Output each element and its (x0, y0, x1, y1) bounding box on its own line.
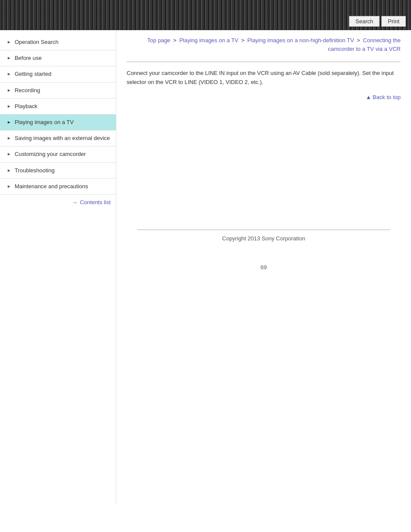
back-to-top: ▲Back to top (127, 94, 401, 100)
chevron-right-icon: ► (7, 55, 11, 61)
back-to-top-link[interactable]: ▲Back to top (366, 94, 401, 100)
chevron-right-icon: ► (7, 87, 11, 93)
arrow-right-icon: → (72, 199, 78, 206)
sidebar-item-label: Customizing your camcorder (15, 150, 86, 158)
sidebar-item-label: Maintenance and precautions (15, 183, 88, 190)
breadcrumb-sep2: > (240, 37, 246, 44)
content-divider (127, 62, 401, 62)
breadcrumb-top-link[interactable]: Top page (147, 37, 171, 44)
search-button[interactable]: Search (349, 16, 380, 27)
chevron-right-icon: ► (7, 119, 11, 125)
triangle-up-icon: ▲ (366, 94, 371, 100)
sidebar-item-label: Playing images on a TV (15, 118, 74, 126)
breadcrumb-sep3: > (355, 37, 362, 44)
chevron-right-icon: ► (7, 135, 11, 141)
sidebar: ► Operation Search ► Before use ► Gettin… (0, 30, 116, 504)
chevron-right-icon: ► (7, 103, 11, 109)
chevron-right-icon: ► (7, 151, 11, 157)
sidebar-item-label: Getting started (15, 70, 51, 78)
breadcrumb: Top page > Playing images on a TV > Play… (127, 36, 401, 53)
chevron-right-icon: ► (7, 39, 11, 45)
body-text: Connect your camcorder to the LINE IN in… (127, 69, 401, 87)
sidebar-item-getting-started[interactable]: ► Getting started (0, 66, 116, 82)
footer: Copyright 2013 Sony Corporation (137, 230, 390, 247)
sidebar-item-playback[interactable]: ► Playback (0, 99, 116, 115)
sidebar-item-customizing[interactable]: ► Customizing your camcorder (0, 146, 116, 162)
breadcrumb-sep1: > (171, 37, 178, 44)
header-bar: Search Print (0, 0, 411, 30)
sidebar-item-label: Saving images with an external device (15, 134, 110, 142)
sidebar-item-label: Playback (15, 103, 37, 110)
chevron-right-icon: ► (7, 168, 11, 174)
sidebar-item-before-use[interactable]: ► Before use (0, 50, 116, 66)
sidebar-item-saving-images[interactable]: ► Saving images with an external device (0, 131, 116, 146)
content-area: Top page > Playing images on a TV > Play… (116, 30, 411, 504)
breadcrumb-tv-link[interactable]: Playing images on a TV (179, 37, 238, 44)
sidebar-item-troubleshooting[interactable]: ► Troubleshooting (0, 163, 116, 179)
print-button[interactable]: Print (381, 16, 406, 27)
sidebar-item-playing-images[interactable]: ► Playing images on a TV (0, 115, 116, 131)
chevron-right-icon: ► (7, 184, 11, 190)
contents-list-link[interactable]: → Contents list (0, 195, 116, 210)
page-number: 69 (127, 264, 401, 271)
sidebar-item-label: Operation Search (15, 38, 59, 46)
header-buttons: Search Print (349, 16, 406, 27)
chevron-right-icon: ► (7, 71, 11, 77)
sidebar-item-label: Before use (15, 54, 42, 62)
sidebar-item-maintenance[interactable]: ► Maintenance and precautions (0, 179, 116, 195)
sidebar-item-recording[interactable]: ► Recording (0, 83, 116, 99)
copyright-text: Copyright 2013 Sony Corporation (222, 235, 305, 242)
breadcrumb-non-hd-link[interactable]: Playing images on a non-high-definition … (247, 37, 354, 44)
sidebar-item-label: Troubleshooting (15, 167, 55, 174)
back-to-top-label: Back to top (373, 94, 401, 100)
main-layout: ► Operation Search ► Before use ► Gettin… (0, 30, 411, 504)
sidebar-item-operation-search[interactable]: ► Operation Search (0, 34, 116, 50)
contents-list-label: Contents list (80, 199, 111, 205)
sidebar-item-label: Recording (15, 87, 40, 94)
